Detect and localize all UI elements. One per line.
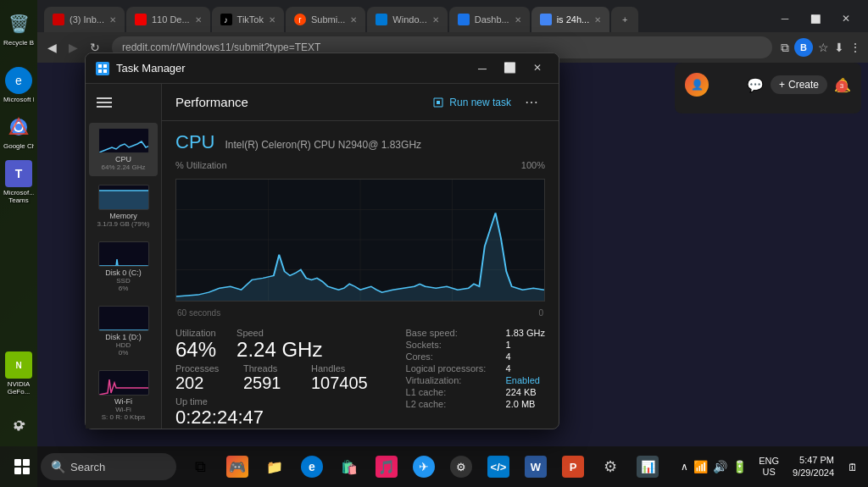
tm-hamburger-btn[interactable] <box>89 87 120 118</box>
graph-time-labels: 60 seconds 0 <box>175 308 545 318</box>
browser-menu-btn[interactable]: ⋮ <box>849 41 861 54</box>
clock-date: 9/29/2024 <box>793 467 834 479</box>
l2-cache-row: L2 cache: 2.0 MB <box>406 399 545 409</box>
tab-close-4[interactable]: ✕ <box>432 15 439 25</box>
svg-rect-18 <box>23 459 30 466</box>
handles-label: Handles <box>311 363 379 374</box>
tab-close-5[interactable]: ✕ <box>515 15 521 25</box>
chat-icon[interactable]: 💬 <box>747 77 764 93</box>
chevron-up-icon[interactable]: ∧ <box>681 461 688 473</box>
browser-download-icon[interactable]: ⬇ <box>834 41 844 54</box>
tm-sidebar-item-disk1[interactable]: Disk 1 (D:) HDD0% <box>89 301 158 362</box>
new-tab-button[interactable]: + <box>611 7 638 32</box>
sockets-value: 1 <box>506 340 511 350</box>
logical-processors-value: 4 <box>506 363 511 374</box>
volume-icon[interactable]: 🔊 <box>713 460 727 473</box>
taskbar-app-powerpoint[interactable]: P <box>556 450 590 484</box>
notification-bell-icon[interactable]: 🔔 3 <box>834 77 851 93</box>
tm-close-btn[interactable]: ✕ <box>526 62 548 75</box>
browser-forward-btn[interactable]: ▶ <box>65 39 81 56</box>
mini-disk1-sublabel: HDD0% <box>116 341 131 357</box>
mini-cpu-graph <box>98 128 149 153</box>
svg-rect-5 <box>98 69 102 73</box>
tm-titlebar: Task Manager ─ ⬜ ✕ <box>86 53 559 84</box>
virtualization-row: Virtualization: Enabled <box>406 375 545 385</box>
logical-processors-row: Logical processors: 4 <box>406 363 545 374</box>
tm-sidebar-item-cpu[interactable]: CPU 64% 2.24 GHz <box>89 123 158 176</box>
taskbar-app-word[interactable]: W <box>519 450 553 484</box>
language-indicator[interactable]: ENG US <box>755 456 782 478</box>
taskbar-app-github[interactable]: ⚙ <box>444 450 478 484</box>
l2-cache-label: L2 cache: <box>406 399 499 409</box>
start-button[interactable] <box>7 451 37 482</box>
mini-disk0-label: Disk 0 (C:) <box>105 268 142 277</box>
taskbar-app-music[interactable]: 🎵 <box>370 450 403 484</box>
taskbar-app-game[interactable]: 🎮 <box>220 450 254 484</box>
tm-run-new-task-btn[interactable]: Run new task <box>426 93 518 112</box>
create-plus-icon: + <box>779 79 785 91</box>
browser-close-btn[interactable]: ✕ <box>831 8 861 29</box>
tm-maximize-btn[interactable]: ⬜ <box>497 62 523 75</box>
taskbar-app-vscode[interactable]: </> <box>481 450 515 484</box>
tm-more-options-btn[interactable]: ⋯ <box>518 91 545 113</box>
tm-minimize-btn[interactable]: ─ <box>471 62 493 75</box>
taskbar-app-file-explorer[interactable]: 📁 <box>258 450 292 484</box>
browser-back-btn[interactable]: ◀ <box>44 39 60 56</box>
mini-wifi-graph <box>98 370 149 396</box>
tm-sidebar-item-memory[interactable]: Memory 3.1/3.9 GB (79%) <box>89 180 158 233</box>
tab-close-3[interactable]: ✕ <box>350 15 357 25</box>
browser-maximize-btn[interactable]: ⬜ <box>800 8 831 29</box>
wifi-icon[interactable]: 📶 <box>693 460 708 473</box>
browser-tab-1[interactable]: 110 De... ✕ <box>126 7 210 32</box>
desktop-icon-teams[interactable]: T Microsof...Teams <box>0 157 37 208</box>
notification-center-btn[interactable]: 🗓 <box>844 459 861 474</box>
taskbar-app-telegram[interactable]: ✈ <box>407 450 441 484</box>
browser-tabs: (3) Inb... ✕ 110 De... ✕ ♪ TikTok ✕ r Su… <box>37 0 868 32</box>
tab-label-2: TikTok <box>237 14 264 25</box>
tab-close-0[interactable]: ✕ <box>109 15 116 25</box>
taskbar-search[interactable]: 🔍 Search <box>41 453 176 480</box>
browser-tab-0[interactable]: (3) Inb... ✕ <box>44 7 125 32</box>
desktop-icon-edge[interactable]: e Microsoft Edge <box>0 64 37 107</box>
l1-cache-label: L1 cache: <box>406 387 499 397</box>
taskbar-app-monitor[interactable]: 📊 <box>631 450 665 484</box>
threads-stat: Threads 2591 <box>243 363 311 393</box>
svg-rect-20 <box>23 468 30 474</box>
tab-close-6[interactable]: ✕ <box>594 15 601 25</box>
browser-tab-4[interactable]: Windo... ✕ <box>367 7 447 32</box>
browser-bookmark-icon[interactable]: ☆ <box>818 41 829 54</box>
browser-minimize-btn[interactable]: ─ <box>770 8 800 29</box>
tm-sidebar-item-disk0[interactable]: Disk 0 (C:) SSD6% <box>89 236 158 297</box>
taskbar-app-settings[interactable]: ⚙ <box>593 450 627 484</box>
tab-close-2[interactable]: ✕ <box>269 15 275 25</box>
desktop-icon-recycle-bin[interactable]: 🗑️ Recycle Bin <box>0 7 37 50</box>
notif-header: 👤 💬 + Create 🔔 3 <box>685 73 851 97</box>
file-explorer-icon: 📁 <box>264 456 286 478</box>
l2-cache-value: 2.0 MB <box>506 399 536 409</box>
threads-label: Threads <box>243 363 311 374</box>
browser-profile-icon[interactable]: B <box>794 38 813 57</box>
widgets-icon: ⧉ <box>189 456 211 478</box>
processes-stat: Processes 202 <box>175 363 243 393</box>
create-btn[interactable]: + Create <box>771 75 827 94</box>
battery-icon[interactable]: 🔋 <box>732 460 747 473</box>
desktop-icon-nvidia[interactable]: N NVIDIAGeFo... <box>2 348 36 399</box>
tm-sidebar-item-wifi[interactable]: Wi-Fi Wi-FiS: 0 R: 0 Kbps <box>89 365 158 426</box>
taskbar-app-store[interactable]: 🛍️ <box>332 450 366 484</box>
tab-close-1[interactable]: ✕ <box>195 15 202 25</box>
browser-tab-5[interactable]: Dashb... ✕ <box>449 7 530 32</box>
task-manager-window: Task Manager ─ ⬜ ✕ <box>85 53 559 429</box>
svg-rect-7 <box>97 97 112 99</box>
right-stats: Base speed: 1.83 GHz Sockets: 1 Cores: 4 <box>406 328 545 429</box>
taskbar-clock[interactable]: 5:47 PM 9/29/2024 <box>786 454 841 480</box>
taskbar-app-widgets[interactable]: ⧉ <box>183 450 217 484</box>
new-tab-icon: + <box>622 14 627 25</box>
desktop-icon-chrome[interactable]: Google Chrome <box>0 110 37 153</box>
taskbar-app-edge[interactable]: e <box>295 450 329 484</box>
browser-tab-6[interactable]: is 24h... ✕ <box>531 7 610 32</box>
settings-sidebar-icon[interactable] <box>3 409 34 440</box>
music-icon: 🎵 <box>376 456 398 478</box>
browser-tab-3[interactable]: r Submi... ✕ <box>286 7 365 32</box>
browser-tab-2[interactable]: ♪ TikTok ✕ <box>212 7 284 32</box>
browser-extensions-icon[interactable]: ⧉ <box>781 41 789 55</box>
